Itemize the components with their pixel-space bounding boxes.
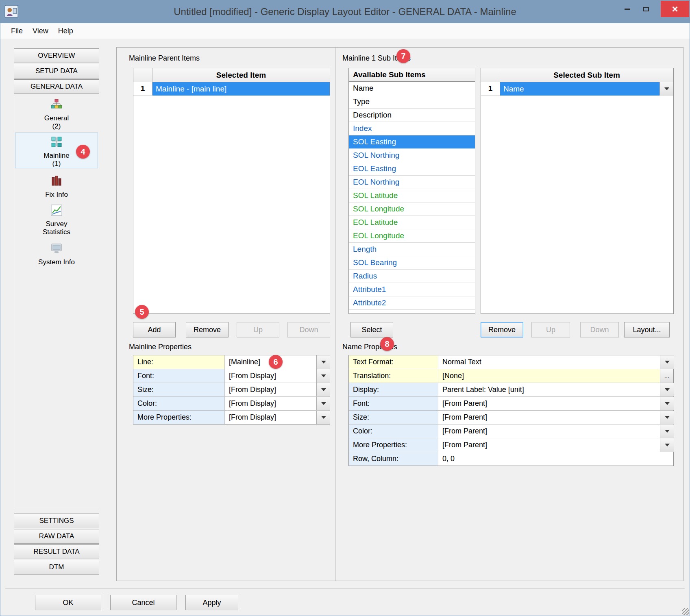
menu-file[interactable]: File [6,25,28,37]
table-row[interactable]: 1 Mainline - [main line] [133,82,330,96]
property-label: Font: [349,397,438,410]
sidebar-button-raw-data[interactable]: RAW DATA [14,529,99,544]
property-row-more-properties: More Properties: [From Parent] [349,438,673,452]
menu-view[interactable]: View [28,25,53,37]
property-label: Line: [133,355,225,369]
text-format-value[interactable]: Normal Text [438,355,660,369]
sidebar-item-survey-statistics[interactable]: Survey Statistics [14,204,99,236]
apply-button[interactable]: Apply [185,595,238,610]
more-properties-value[interactable]: [From Display] [225,411,316,424]
list-item[interactable]: Attribute2 [349,296,475,310]
footer-separator [5,588,685,589]
list-item[interactable]: Length [349,243,475,256]
translation-value[interactable]: [None] [438,369,660,383]
menu-help[interactable]: Help [53,25,78,37]
cancel-button[interactable]: Cancel [110,595,176,610]
sidebar-item-general[interactable]: General (2) [14,98,99,131]
chevron-down-icon [665,402,670,405]
list-item[interactable]: EOL Easting [349,162,475,176]
sidebar-button-overview[interactable]: OVERVIEW [14,48,99,63]
font-value[interactable]: [From Display] [225,369,316,383]
color-parent-dropdown[interactable] [660,424,674,438]
line-dropdown[interactable] [316,355,330,369]
sidebar-item-system-info[interactable]: System Info [14,242,99,266]
text-format-dropdown[interactable] [660,355,674,369]
size-value[interactable]: [From Display] [225,383,316,396]
list-item[interactable]: EOL Latitude [349,216,475,229]
select-button[interactable]: Select [350,322,393,337]
ok-button[interactable]: OK [35,595,101,610]
property-label: Translation: [349,369,438,383]
maximize-icon [643,7,649,11]
dialog-window: Untitled [modified] - Generic Display La… [0,0,690,616]
survey-statistics-icon [50,204,63,218]
row-number: 1 [481,82,500,96]
font-parent-dropdown[interactable] [660,397,674,410]
more-properties-parent-value[interactable]: [From Parent] [438,438,660,452]
chevron-down-icon [321,416,326,419]
annotation-badge-5: 5 [135,305,149,319]
maximize-button[interactable] [638,4,655,14]
chevron-down-icon [664,87,669,90]
size-parent-value[interactable]: [From Parent] [438,411,660,424]
size-parent-dropdown[interactable] [660,411,674,424]
property-label: Font: [133,369,225,383]
resize-grip[interactable] [682,608,689,615]
sidebar-button-setup-data[interactable]: SETUP DATA [14,64,99,78]
color-dropdown[interactable] [316,397,330,410]
list-item[interactable]: SOL Bearing [349,256,475,270]
list-item[interactable]: SOL Latitude [349,189,475,202]
selected-sub-item-dropdown[interactable] [660,82,673,96]
property-label: Display: [349,383,438,396]
menu-bar: File View Help [0,23,690,39]
list-item[interactable]: Radius [349,270,475,283]
translation-browse-button[interactable]: ... [660,369,673,383]
annotation-badge-7: 7 [396,49,410,63]
chevron-down-icon [321,402,326,405]
property-row-font: Font: [From Parent] [349,397,673,411]
table-row[interactable]: 1 Name [481,82,673,96]
sidebar-button-result-data[interactable]: RESULT DATA [14,544,99,559]
color-parent-value[interactable]: [From Parent] [438,424,660,438]
list-item[interactable]: EOL Northing [349,176,475,189]
list-item[interactable]: Name [349,82,475,95]
sidebar-item-count: (1) [52,160,61,168]
remove-sub-button[interactable]: Remove [481,322,523,337]
size-dropdown[interactable] [316,383,330,396]
sidebar-button-dtm[interactable]: DTM [14,560,99,575]
close-button[interactable]: × [661,1,689,17]
sidebar-button-settings[interactable]: SETTINGS [14,514,99,528]
display-dropdown[interactable] [660,383,674,396]
list-item[interactable]: Index [349,122,475,135]
list-item[interactable]: EOL Longitude [349,229,475,243]
layout-button[interactable]: Layout... [624,322,670,337]
row-column-value[interactable]: 0, 0 [438,452,673,466]
sidebar-button-general-data[interactable]: GENERAL DATA [14,79,99,94]
sidebar-item-fix-info[interactable]: Fix Info [14,175,99,199]
list-item[interactable]: Type [349,95,475,109]
sidebar-nav-panel: General (2) Mainline (1) 4 [14,95,99,510]
list-item[interactable]: SOL Northing [349,149,475,162]
more-properties-parent-dropdown[interactable] [660,438,674,452]
font-parent-value[interactable]: [From Parent] [438,397,660,410]
font-dropdown[interactable] [316,369,330,383]
row-number-header [133,68,152,82]
display-value[interactable]: Parent Label: Value [unit] [438,383,660,396]
add-button[interactable]: Add [133,322,176,337]
more-properties-dropdown[interactable] [316,411,330,424]
minimize-button[interactable] [619,4,636,14]
up-button[interactable]: Up [237,322,279,337]
available-sub-items-list: Available Sub Items Name Type Descriptio… [348,68,475,314]
annotation-badge-8: 8 [380,337,394,351]
list-item[interactable]: Description [349,109,475,122]
down-button[interactable]: Down [287,322,330,337]
list-item-selected[interactable]: SOL Easting [349,135,475,149]
color-value[interactable]: [From Display] [225,397,316,410]
list-item[interactable]: Attribute1 [349,283,475,296]
down-sub-button[interactable]: Down [580,322,619,337]
remove-button[interactable]: Remove [186,322,229,337]
list-item[interactable]: SOL Longitude [349,202,475,216]
sidebar-item-label: Survey Statistics [36,220,77,236]
title-bar: Untitled [modified] - Generic Display La… [0,0,690,23]
up-sub-button[interactable]: Up [531,322,570,337]
